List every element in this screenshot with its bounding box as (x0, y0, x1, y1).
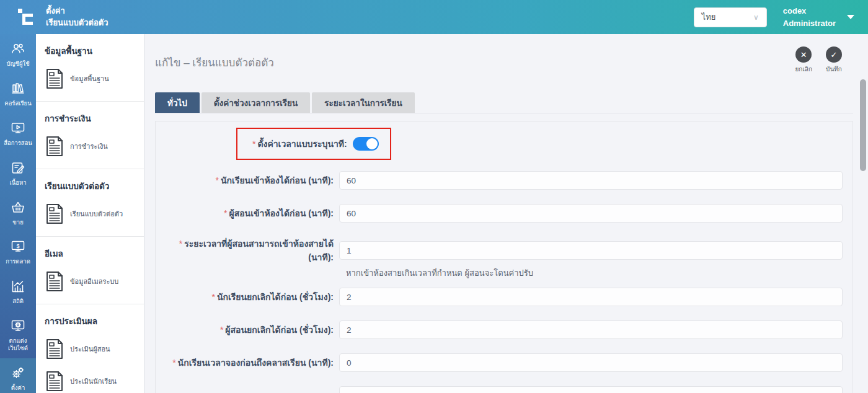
icon-nav-rail: บัญชีผู้ใช้ คอร์สเรียน สื่อการสอน เนื้อห… (0, 34, 36, 393)
cancel-button[interactable]: ✕ ยกเลิก (795, 46, 812, 74)
section-title: ข้อมูลพื้นฐาน (36, 43, 144, 63)
student-enter-before-input[interactable] (339, 171, 843, 190)
main-content: แก้ไข – เรียนแบบตัวต่อตัว ✕ ยกเลิก ✓ บัน… (144, 34, 868, 393)
page-title: แก้ไข – เรียนแบบตัวต่อตัว (155, 54, 274, 71)
caret-down-icon (847, 15, 854, 19)
student-booking-before-input[interactable] (339, 353, 843, 372)
tab-panel-general: *ตั้งค่าเวลาแบบระบุนาที: *นักเรียนเข้าห้… (155, 121, 853, 393)
document-icon (45, 135, 64, 157)
document-icon (45, 270, 64, 293)
nav-item-sell[interactable]: ขาย (0, 193, 36, 232)
app-title: ตั้งค่า เรียนแบบตัวต่อตัว (46, 6, 108, 29)
sidebar-section-evaluation: การประเมินผล ประเมินผู้สอน ประเมินนักเรี… (36, 304, 144, 393)
sidebar-section-basic-info: ข้อมูลพื้นฐาน ข้อมูลพื้นฐาน (36, 34, 144, 102)
sidebar-item-payment[interactable]: การชำระเงิน (36, 130, 144, 162)
toggle-label: *ตั้งค่าเวลาแบบระบุนาที: (252, 137, 347, 151)
instructor-late-limit-input[interactable] (339, 241, 843, 260)
section-title: เรียนแบบตัวต่อตัว (36, 178, 144, 198)
section-title: การประเมินผล (36, 313, 144, 333)
user-menu[interactable]: codex Administrator (783, 5, 854, 29)
sidebar-item-one-on-one[interactable]: เรียนแบบตัวต่อตัว (36, 198, 144, 230)
check-icon: ✓ (826, 46, 842, 63)
nav-item-stats[interactable]: สถิติ (0, 272, 36, 311)
gears-icon (10, 365, 26, 381)
minute-mode-toggle[interactable] (353, 137, 379, 151)
close-icon: ✕ (795, 46, 812, 63)
section-title: อีเมล (36, 245, 144, 265)
svg-text:$: $ (16, 243, 19, 249)
form-row-student-enter-before: *นักเรียนเข้าห้องได้ก่อน (นาที): (166, 171, 843, 190)
nav-item-users[interactable]: บัญชีผู้ใช้ (0, 34, 36, 74)
highlight-box: *ตั้งค่าเวลาแบบระบุนาที: (236, 128, 391, 160)
late-penalty-helper-row: หากเข้าห้องสายเกินเวลาที่กำหนด ผู้สอนจะโ… (166, 267, 843, 280)
users-icon (10, 41, 26, 57)
nav-item-settings[interactable]: ตั้งค่า (0, 358, 36, 393)
form-row-student-booking-before: *นักเรียนเวลาจองก่อนถึงคลาสเรียน (นาที): (166, 353, 843, 372)
nav-item-marketing[interactable]: $ การตลาด (0, 232, 36, 272)
sidebar-item-evaluate-student[interactable]: ประเมินนักเรียน (36, 365, 144, 393)
sidebar-item-system-email[interactable]: ข้อมูลอีเมลระบบ (36, 265, 144, 298)
document-icon (45, 203, 64, 225)
section-title: การชำระเงิน (36, 110, 144, 130)
instructor-cancel-before-input[interactable] (339, 320, 843, 339)
app-logo-icon (16, 7, 37, 28)
document-icon (45, 68, 64, 90)
form-row-instructor-cancel-before: *ผู้สอนยกเลิกได้ก่อน (ชั่วโมง): (166, 320, 843, 339)
app-header: ตั้งค่า เรียนแบบตัวต่อตัว ไทย ∨ codex Ad… (0, 0, 868, 34)
student-cancel-before-input[interactable] (339, 288, 843, 306)
books-icon (10, 81, 26, 97)
bar-chart-icon (10, 278, 26, 294)
sidebar-item-basic-info[interactable]: ข้อมูลพื้นฐาน (36, 63, 144, 95)
tab-general[interactable]: ทั่วไป (155, 92, 200, 113)
form-row-instructor-late-limit: *ระยะเวลาที่ผู้สอนสามารถเข้าห้องสายได้ (… (166, 237, 843, 264)
save-button[interactable]: ✓ บันทึก (826, 46, 842, 74)
monitor-gear-icon (10, 318, 26, 334)
user-name: codex (783, 5, 836, 17)
app-title-line2: เรียนแบบตัวต่อตัว (46, 17, 108, 29)
form-row-partial (166, 386, 843, 393)
partial-field-input[interactable] (339, 386, 843, 393)
document-icon (45, 338, 64, 360)
tab-class-duration[interactable]: ระยะเวลาในการเรียน (312, 92, 415, 113)
nav-item-website-design[interactable]: ตกแต่งเว็บไซต์ (0, 311, 36, 358)
toggle-knob (366, 138, 378, 149)
chevron-down-icon: ∨ (753, 13, 759, 22)
monitor-dollar-icon: $ (10, 239, 26, 255)
settings-tabs: ทั่วไป ตั้งค่าช่วงเวลาการเรียน ระยะเวลาใ… (155, 92, 853, 113)
edit-document-icon (10, 160, 26, 176)
language-select-value: ไทย (702, 11, 716, 24)
video-player-icon (10, 120, 26, 136)
sidebar-section-email: อีเมล ข้อมูลอีเมลระบบ (36, 237, 144, 304)
form-row-student-cancel-before: *นักเรียนยกเลิกได้ก่อน (ชั่วโมง): (166, 288, 843, 306)
settings-sidebar: ข้อมูลพื้นฐาน ข้อมูลพื้นฐาน การชำระเงิน … (36, 34, 144, 393)
user-role: Administrator (783, 17, 836, 30)
language-select[interactable]: ไทย ∨ (694, 7, 767, 27)
vertical-scrollbar-thumb[interactable] (860, 79, 866, 171)
document-icon (45, 370, 64, 392)
sidebar-section-one-on-one: เรียนแบบตัวต่อตัว เรียนแบบตัวต่อตัว (36, 169, 144, 237)
form-row-instructor-enter-before: *ผู้สอนเข้าห้องได้ก่อน (นาที): (166, 204, 843, 223)
minute-mode-row: *ตั้งค่าเวลาแบบระบุนาที: (236, 128, 843, 160)
nav-item-courses[interactable]: คอร์สเรียน (0, 74, 36, 113)
sidebar-section-payment: การชำระเงิน การชำระเงิน (36, 102, 144, 169)
required-asterisk: * (252, 139, 255, 149)
nav-item-media[interactable]: สื่อการสอน (0, 113, 36, 153)
basket-icon (10, 200, 26, 216)
instructor-enter-before-input[interactable] (339, 204, 843, 223)
tab-class-time-range[interactable]: ตั้งค่าช่วงเวลาการเรียน (202, 92, 310, 113)
app-title-line1: ตั้งค่า (46, 6, 108, 17)
late-penalty-helper-text: หากเข้าห้องสายเกินเวลาที่กำหนด ผู้สอนจะโ… (345, 267, 533, 280)
sidebar-item-evaluate-instructor[interactable]: ประเมินผู้สอน (36, 333, 144, 365)
nav-item-content[interactable]: เนื้อหา (0, 153, 36, 193)
